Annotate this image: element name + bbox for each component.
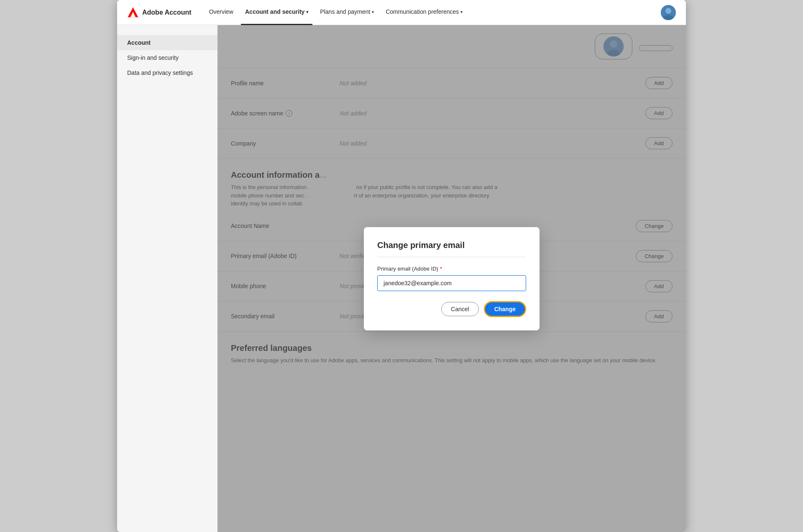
browser-frame: Adobe Account Overview Account and secur… xyxy=(117,0,686,532)
sidebar: Account Sign-in and security Data and pr… xyxy=(117,25,217,532)
modal-overlay: Change primary email Primary email (Adob… xyxy=(217,25,686,532)
nav-item-plans[interactable]: Plans and payment ▾ xyxy=(316,0,378,25)
user-avatar[interactable] xyxy=(661,5,676,20)
nav-items: Overview Account and security ▾ Plans an… xyxy=(205,0,647,25)
primary-email-input[interactable] xyxy=(377,275,526,291)
logo-area[interactable]: Adobe Account xyxy=(127,7,192,18)
change-button[interactable]: Change xyxy=(484,301,526,317)
modal-divider xyxy=(377,257,526,257)
adobe-logo-icon xyxy=(127,7,139,18)
modal-title: Change primary email xyxy=(377,240,526,250)
required-indicator: * xyxy=(440,266,442,272)
cancel-button[interactable]: Cancel xyxy=(441,302,479,316)
chevron-down-icon: ▾ xyxy=(372,10,374,14)
nav-item-communication[interactable]: Communication preferences ▾ xyxy=(381,0,467,25)
nav-item-overview[interactable]: Overview xyxy=(205,0,238,25)
nav-right xyxy=(661,5,676,20)
change-email-modal: Change primary email Primary email (Adob… xyxy=(364,227,540,330)
svg-point-3 xyxy=(665,8,671,14)
logo-text: Adobe Account xyxy=(142,9,192,16)
chevron-down-icon: ▾ xyxy=(460,10,463,14)
sidebar-item-account[interactable]: Account xyxy=(117,35,217,50)
chevron-down-icon: ▾ xyxy=(306,10,308,14)
top-nav: Adobe Account Overview Account and secur… xyxy=(117,0,686,25)
email-field-label: Primary email (Adobe ID) * xyxy=(377,266,526,272)
sidebar-item-signin-security[interactable]: Sign-in and security xyxy=(117,50,217,65)
nav-item-account-security[interactable]: Account and security ▾ xyxy=(241,0,312,25)
main-layout: Account Sign-in and security Data and pr… xyxy=(117,25,686,532)
content-area: Profile name Not added Add Adobe screen … xyxy=(217,25,686,532)
modal-actions: Cancel Change xyxy=(377,301,526,317)
sidebar-item-data-privacy[interactable]: Data and privacy settings xyxy=(117,65,217,80)
